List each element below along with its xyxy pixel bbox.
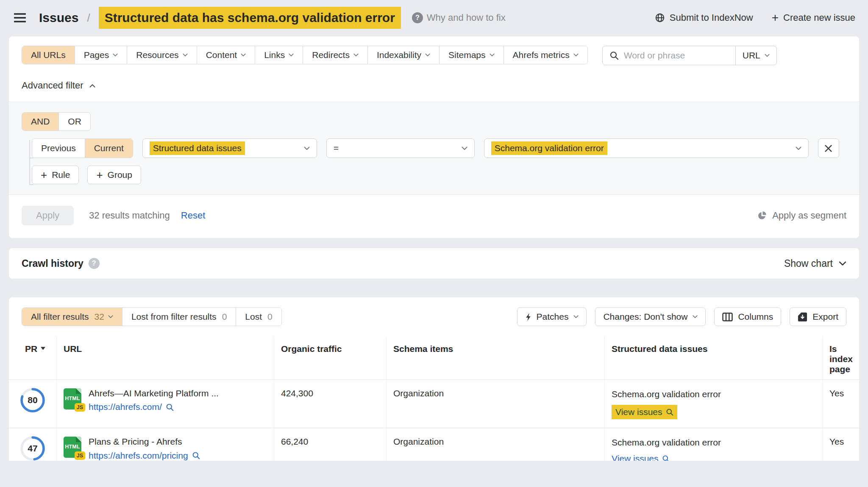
filter-tab-resources[interactable]: Resources (127, 46, 196, 64)
crawl-history-title: Crawl history (22, 258, 83, 269)
operator-dropdown[interactable]: = (326, 138, 475, 158)
results-count-text: 32 results matching (89, 210, 170, 221)
connector-line (29, 184, 33, 185)
columns-button[interactable]: Columns (714, 307, 781, 326)
inspect-icon (166, 403, 174, 411)
chevron-down-icon (113, 53, 118, 57)
results-tab-group: All filter results 32 Lost from filter r… (22, 307, 282, 326)
is-index-cell: Yes (822, 379, 859, 428)
chevron-down-icon (304, 147, 310, 150)
create-issue-button[interactable]: + Create new issue (772, 12, 855, 23)
filter-tab-redirects[interactable]: Redirects (303, 46, 367, 64)
field-dropdown[interactable]: Structured data issues (142, 138, 317, 158)
submit-indexnow-button[interactable]: Submit to IndexNow (655, 12, 753, 23)
html-file-icon: HTMLJS (64, 437, 81, 458)
remove-rule-button[interactable] (818, 138, 839, 158)
inspect-icon (192, 451, 200, 459)
crawl-history-panel: Crawl history ? Show chart (9, 248, 859, 279)
column-header-pr[interactable]: PR (9, 336, 56, 379)
reset-link[interactable]: Reset (181, 210, 205, 221)
page-title-text: Ahrefs—AI Marketing Platform ... (89, 387, 219, 399)
column-header-schema-items[interactable]: Schema items (386, 336, 604, 379)
advanced-filter-toggle[interactable]: Advanced filter (9, 77, 108, 94)
results-tab-lost[interactable]: Lost 0 (236, 308, 281, 326)
plus-icon: + (96, 171, 103, 179)
view-issues-link[interactable]: View issues (612, 405, 677, 419)
show-chart-button[interactable]: Show chart (784, 258, 846, 269)
results-count-badge: 32 (95, 312, 104, 322)
filter-rule-row: Previous Current Structured data issues … (32, 138, 846, 158)
or-button[interactable]: OR (58, 113, 90, 130)
connector-line (29, 140, 30, 184)
hamburger-icon (14, 13, 26, 23)
pr-score-cell: 47 (9, 428, 56, 461)
filter-tab-links[interactable]: Links (255, 46, 303, 64)
pie-chart-icon (757, 211, 767, 221)
chevron-down-icon (573, 315, 579, 318)
export-icon (798, 312, 807, 322)
column-header-organic-traffic[interactable]: Organic traffic (274, 336, 386, 379)
help-icon: ? (412, 12, 423, 23)
lightning-icon (525, 313, 531, 321)
chevron-down-icon (353, 53, 359, 57)
filters-panel: All URLs Pages Resources Content Links R… (9, 36, 859, 238)
column-header-is-index-page[interactable]: Is index page (822, 336, 859, 379)
filter-tab-sitemaps[interactable]: Sitemaps (439, 46, 504, 64)
chevron-down-icon (241, 53, 246, 57)
value-dropdown[interactable]: Schema.org validation error (484, 138, 809, 158)
chevron-down-icon (462, 147, 467, 150)
issues-cell: Schema.org validation error View issues (604, 379, 822, 428)
and-button[interactable]: AND (22, 113, 58, 130)
pr-score-cell: 80 (9, 379, 56, 428)
lost-count-badge: 0 (267, 312, 273, 322)
plus-icon: + (41, 171, 47, 179)
add-group-button[interactable]: +Group (87, 166, 141, 184)
filter-tab-all-urls[interactable]: All URLs (22, 46, 75, 64)
column-header-url[interactable]: URL (56, 336, 274, 379)
filter-tab-pages[interactable]: Pages (75, 46, 127, 64)
column-header-structured-data-issues[interactable]: Structured data issues (604, 336, 822, 379)
close-icon (824, 144, 832, 152)
chevron-down-icon (693, 315, 698, 318)
results-tab-lost-from-filter[interactable]: Lost from filter results 0 (122, 308, 236, 326)
plus-icon: + (772, 14, 779, 22)
lost-filter-count-badge: 0 (222, 312, 227, 322)
top-bar: Issues / Structured data has schema.org … (0, 0, 868, 36)
organic-traffic-cell: 424,300 (274, 379, 386, 428)
menu-button[interactable] (13, 11, 27, 25)
results-table: PR URL Organic traffic Schema items Stru… (9, 336, 859, 461)
search-box: URL (602, 46, 777, 65)
url-cell: HTMLJS Ahrefs—AI Marketing Platform ... … (56, 379, 274, 428)
sort-desc-icon (41, 347, 45, 350)
page-title-text: Plans & Pricing - Ahrefs (89, 436, 200, 448)
chevron-down-icon (796, 147, 801, 150)
view-issues-link[interactable]: View issues (612, 454, 670, 461)
breadcrumb-issues[interactable]: Issues (39, 11, 78, 25)
url-link[interactable]: https://ahrefs.com/ (89, 402, 219, 412)
previous-button[interactable]: Previous (32, 139, 85, 158)
help-text: Why and how to fix (427, 12, 506, 23)
current-button[interactable]: Current (85, 139, 133, 158)
apply-as-segment-button[interactable]: Apply as segment (757, 210, 846, 221)
results-tab-all[interactable]: All filter results 32 (22, 308, 122, 326)
why-how-to-fix-link[interactable]: ? Why and how to fix (412, 12, 506, 23)
url-scope-dropdown[interactable]: URL (735, 46, 776, 65)
help-icon[interactable]: ? (89, 258, 100, 269)
search-input[interactable] (624, 50, 735, 61)
filter-tab-group: All URLs Pages Resources Content Links R… (22, 46, 588, 64)
chevron-up-icon (89, 84, 95, 88)
results-panel: All filter results 32 Lost from filter r… (9, 297, 859, 461)
filter-tab-indexability[interactable]: Indexability (367, 46, 439, 64)
add-rule-button[interactable]: +Rule (32, 166, 79, 184)
filter-builder: AND OR Previous Current Structured data … (9, 102, 859, 195)
js-badge: JS (75, 451, 85, 460)
url-link[interactable]: https://ahrefs.com/pricing (89, 451, 200, 461)
filter-tab-content[interactable]: Content (197, 46, 255, 64)
filter-tab-ahrefs-metrics[interactable]: Ahrefs metrics (504, 46, 587, 64)
changes-dropdown[interactable]: Changes: Don't show (595, 307, 706, 326)
export-button[interactable]: Export (790, 307, 846, 326)
html-file-icon: HTMLJS (64, 388, 81, 410)
patches-button[interactable]: Patches (517, 307, 587, 326)
issue-text: Schema.org validation error (612, 388, 815, 400)
apply-button[interactable]: Apply (22, 206, 74, 225)
